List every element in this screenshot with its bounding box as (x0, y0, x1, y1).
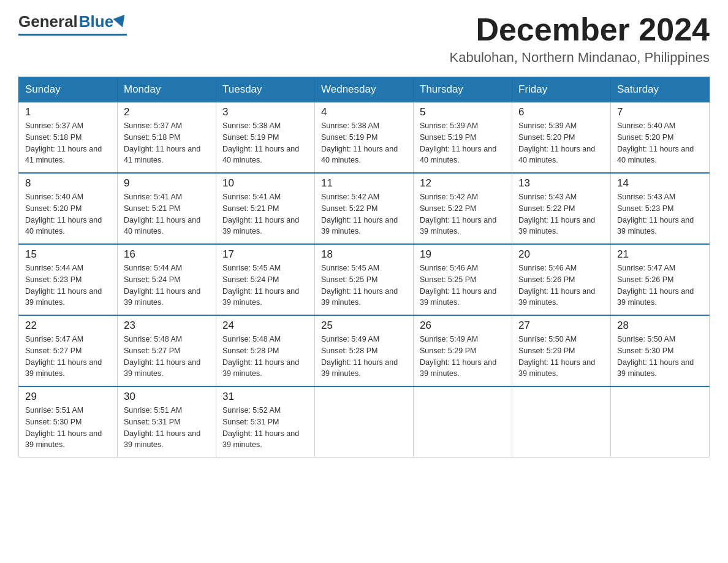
day-number: 31 (222, 391, 308, 403)
calendar-cell: 10 Sunrise: 5:41 AMSunset: 5:21 PMDaylig… (216, 173, 315, 244)
calendar-cell: 28 Sunrise: 5:50 AMSunset: 5:30 PMDaylig… (611, 315, 710, 386)
page-header: General Blue December 2024 Kabulohan, No… (18, 12, 710, 66)
day-info: Sunrise: 5:50 AMSunset: 5:29 PMDaylight:… (518, 334, 604, 380)
day-info: Sunrise: 5:44 AMSunset: 5:24 PMDaylight:… (124, 262, 210, 308)
calendar-cell: 31 Sunrise: 5:52 AMSunset: 5:31 PMDaylig… (216, 386, 315, 458)
calendar-week-row: 8 Sunrise: 5:40 AMSunset: 5:20 PMDayligh… (19, 173, 710, 244)
day-number: 20 (518, 248, 604, 261)
day-number: 15 (25, 248, 111, 261)
calendar-cell (315, 386, 414, 458)
day-info: Sunrise: 5:51 AMSunset: 5:31 PMDaylight:… (124, 405, 210, 451)
calendar-cell: 1 Sunrise: 5:37 AMSunset: 5:18 PMDayligh… (19, 102, 118, 174)
day-info: Sunrise: 5:49 AMSunset: 5:28 PMDaylight:… (321, 334, 407, 380)
calendar-cell: 25 Sunrise: 5:49 AMSunset: 5:28 PMDaylig… (315, 315, 414, 386)
calendar-header-row: SundayMondayTuesdayWednesdayThursdayFrid… (19, 77, 710, 102)
day-number: 13 (518, 177, 604, 190)
calendar-cell: 26 Sunrise: 5:49 AMSunset: 5:29 PMDaylig… (414, 315, 512, 386)
day-number: 4 (321, 106, 407, 118)
day-number: 25 (321, 320, 407, 332)
calendar-cell: 16 Sunrise: 5:44 AMSunset: 5:24 PMDaylig… (118, 244, 216, 315)
day-number: 8 (25, 177, 111, 190)
calendar-header-sunday: Sunday (19, 77, 118, 102)
day-number: 7 (617, 106, 703, 118)
calendar-cell (414, 386, 512, 458)
calendar-week-row: 22 Sunrise: 5:47 AMSunset: 5:27 PMDaylig… (19, 315, 710, 386)
day-info: Sunrise: 5:42 AMSunset: 5:22 PMDaylight:… (420, 191, 506, 237)
calendar-cell: 20 Sunrise: 5:46 AMSunset: 5:26 PMDaylig… (512, 244, 611, 315)
day-number: 2 (124, 106, 210, 118)
day-number: 6 (518, 106, 604, 118)
calendar-cell: 29 Sunrise: 5:51 AMSunset: 5:30 PMDaylig… (19, 386, 118, 458)
calendar-cell: 18 Sunrise: 5:45 AMSunset: 5:25 PMDaylig… (315, 244, 414, 315)
calendar-cell: 14 Sunrise: 5:43 AMSunset: 5:23 PMDaylig… (611, 173, 710, 244)
calendar-header-monday: Monday (118, 77, 216, 102)
day-info: Sunrise: 5:37 AMSunset: 5:18 PMDaylight:… (25, 120, 111, 166)
day-info: Sunrise: 5:47 AMSunset: 5:26 PMDaylight:… (617, 262, 703, 308)
day-number: 28 (617, 320, 703, 332)
calendar-header-saturday: Saturday (611, 77, 710, 102)
calendar-cell: 9 Sunrise: 5:41 AMSunset: 5:21 PMDayligh… (118, 173, 216, 244)
day-number: 9 (124, 177, 210, 190)
day-info: Sunrise: 5:47 AMSunset: 5:27 PMDaylight:… (25, 334, 111, 380)
day-number: 27 (518, 320, 604, 332)
day-info: Sunrise: 5:43 AMSunset: 5:23 PMDaylight:… (617, 191, 703, 237)
day-info: Sunrise: 5:46 AMSunset: 5:26 PMDaylight:… (518, 262, 604, 308)
calendar-cell: 7 Sunrise: 5:40 AMSunset: 5:20 PMDayligh… (611, 102, 710, 174)
day-number: 11 (321, 177, 407, 190)
calendar-cell: 2 Sunrise: 5:37 AMSunset: 5:18 PMDayligh… (118, 102, 216, 174)
logo-blue-text: Blue (79, 12, 113, 31)
day-info: Sunrise: 5:48 AMSunset: 5:27 PMDaylight:… (124, 334, 210, 380)
calendar-header-friday: Friday (512, 77, 611, 102)
day-info: Sunrise: 5:40 AMSunset: 5:20 PMDaylight:… (25, 191, 111, 237)
calendar-cell: 3 Sunrise: 5:38 AMSunset: 5:19 PMDayligh… (216, 102, 315, 174)
day-number: 3 (222, 106, 308, 118)
calendar-header-wednesday: Wednesday (315, 77, 414, 102)
calendar-cell: 13 Sunrise: 5:43 AMSunset: 5:22 PMDaylig… (512, 173, 611, 244)
logo-general-text: General (18, 12, 78, 31)
day-info: Sunrise: 5:46 AMSunset: 5:25 PMDaylight:… (420, 262, 506, 308)
day-number: 12 (420, 177, 506, 190)
day-info: Sunrise: 5:43 AMSunset: 5:22 PMDaylight:… (518, 191, 604, 237)
day-number: 18 (321, 248, 407, 261)
day-info: Sunrise: 5:40 AMSunset: 5:20 PMDaylight:… (617, 120, 703, 166)
calendar-week-row: 15 Sunrise: 5:44 AMSunset: 5:23 PMDaylig… (19, 244, 710, 315)
day-info: Sunrise: 5:48 AMSunset: 5:28 PMDaylight:… (222, 334, 308, 380)
month-title: December 2024 (450, 12, 710, 47)
day-number: 30 (124, 391, 210, 403)
calendar-cell: 11 Sunrise: 5:42 AMSunset: 5:22 PMDaylig… (315, 173, 414, 244)
calendar-cell: 22 Sunrise: 5:47 AMSunset: 5:27 PMDaylig… (19, 315, 118, 386)
calendar-table: SundayMondayTuesdayWednesdayThursdayFrid… (18, 77, 710, 458)
day-number: 26 (420, 320, 506, 332)
day-info: Sunrise: 5:45 AMSunset: 5:24 PMDaylight:… (222, 262, 308, 308)
logo-underline (18, 34, 127, 36)
calendar-cell: 27 Sunrise: 5:50 AMSunset: 5:29 PMDaylig… (512, 315, 611, 386)
day-info: Sunrise: 5:50 AMSunset: 5:30 PMDaylight:… (617, 334, 703, 380)
day-info: Sunrise: 5:39 AMSunset: 5:20 PMDaylight:… (518, 120, 604, 166)
day-number: 29 (25, 391, 111, 403)
day-number: 19 (420, 248, 506, 261)
calendar-cell (512, 386, 611, 458)
day-number: 23 (124, 320, 210, 332)
day-info: Sunrise: 5:41 AMSunset: 5:21 PMDaylight:… (222, 191, 308, 237)
day-number: 14 (617, 177, 703, 190)
day-number: 24 (222, 320, 308, 332)
logo: General Blue (18, 12, 127, 36)
day-number: 17 (222, 248, 308, 261)
day-info: Sunrise: 5:38 AMSunset: 5:19 PMDaylight:… (321, 120, 407, 166)
day-number: 10 (222, 177, 308, 190)
calendar-cell: 5 Sunrise: 5:39 AMSunset: 5:19 PMDayligh… (414, 102, 512, 174)
calendar-cell: 17 Sunrise: 5:45 AMSunset: 5:24 PMDaylig… (216, 244, 315, 315)
calendar-cell: 6 Sunrise: 5:39 AMSunset: 5:20 PMDayligh… (512, 102, 611, 174)
calendar-cell: 19 Sunrise: 5:46 AMSunset: 5:25 PMDaylig… (414, 244, 512, 315)
calendar-header-thursday: Thursday (414, 77, 512, 102)
day-info: Sunrise: 5:39 AMSunset: 5:19 PMDaylight:… (420, 120, 506, 166)
logo-triangle-icon (113, 15, 129, 29)
calendar-week-row: 1 Sunrise: 5:37 AMSunset: 5:18 PMDayligh… (19, 102, 710, 174)
location-title: Kabulohan, Northern Mindanao, Philippine… (450, 50, 710, 66)
calendar-cell (611, 386, 710, 458)
day-number: 5 (420, 106, 506, 118)
day-number: 21 (617, 248, 703, 261)
day-info: Sunrise: 5:37 AMSunset: 5:18 PMDaylight:… (124, 120, 210, 166)
calendar-cell: 21 Sunrise: 5:47 AMSunset: 5:26 PMDaylig… (611, 244, 710, 315)
calendar-cell: 15 Sunrise: 5:44 AMSunset: 5:23 PMDaylig… (19, 244, 118, 315)
